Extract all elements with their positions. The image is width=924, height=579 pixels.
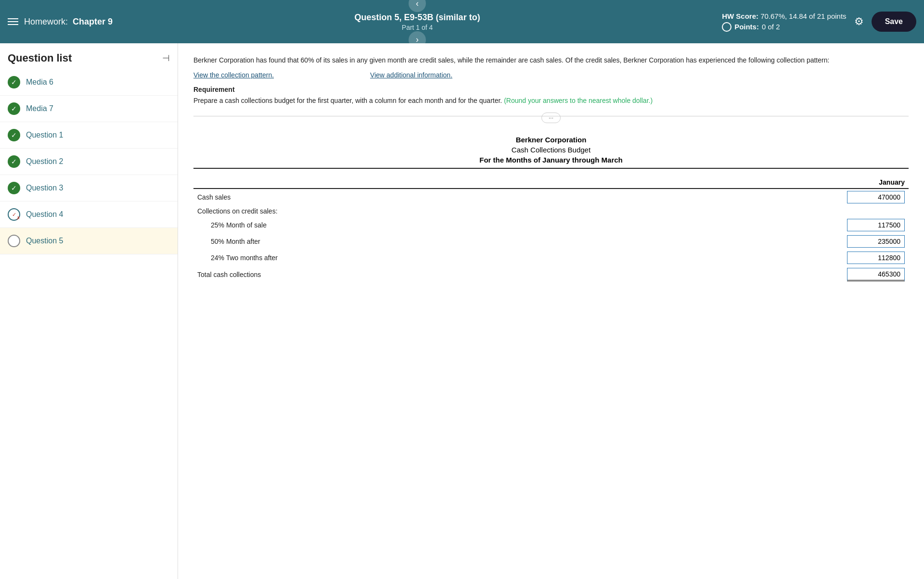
hw-score-line: HW Score: 70.67%, 14.84 of 21 points [722, 12, 847, 20]
sidebar-items: ✓Media 6✓Media 7✓Question 1✓Question 2✓Q… [0, 69, 178, 254]
check-complete-icon: ✓ [8, 129, 20, 141]
sidebar-item-label: Question 3 [26, 184, 63, 192]
save-button[interactable]: Save [872, 12, 916, 32]
hamburger-menu[interactable] [8, 18, 18, 25]
homework-label: Homework: Chapter 9 [24, 17, 113, 27]
sidebar-item-question-5[interactable]: Question 5 [0, 228, 178, 254]
hw-score-label: HW Score: [722, 12, 758, 20]
hw-score-value: 70.67%, 14.84 of 21 points [760, 12, 846, 20]
budget-row-total-collections: Total cash collections [193, 266, 909, 283]
check-complete-icon: ✓ [8, 182, 20, 194]
question-title: Question 5, E9-53B (similar to) [113, 12, 722, 23]
check-partial-icon: ✓✗ [8, 208, 20, 221]
budget-empty-cell [670, 205, 909, 217]
budget-col-jan: January [670, 176, 909, 189]
content-area: Berkner Corporation has found that 60% o… [178, 43, 924, 579]
question-text: Berkner Corporation has found that 60% o… [193, 55, 909, 65]
view-additional-info-link[interactable]: View additional information. [370, 71, 452, 79]
points-value: 0 of 2 [762, 23, 780, 31]
sidebar-item-label: Question 5 [26, 237, 63, 245]
budget-input-cell-jan[interactable] [670, 233, 909, 250]
budget-row-50-month-after: 50% Month after [193, 233, 909, 250]
budget-row-cash-sales: Cash sales [193, 189, 909, 205]
requirement-note: (Round your answers to the nearest whole… [504, 97, 653, 104]
expand-section-button[interactable]: ··· [541, 113, 561, 123]
sidebar-item-label: Question 4 [26, 210, 63, 219]
budget-section: Berkner Corporation Cash Collections Bud… [193, 131, 909, 288]
budget-period: For the Months of January through March [193, 156, 909, 169]
budget-name: Cash Collections Budget [193, 146, 909, 154]
next-question-button[interactable]: › [409, 31, 426, 49]
budget-input-cell-jan[interactable] [670, 189, 909, 205]
sidebar: Question list ⊣ ✓Media 6✓Media 7✓Questio… [0, 43, 178, 579]
budget-row-label: 25% Month of sale [193, 217, 670, 233]
requirement-label: Requirement [193, 86, 909, 93]
budget-row-label: Collections on credit sales: [193, 205, 670, 217]
budget-row-label: 50% Month after [193, 233, 670, 250]
budget-company-name: Berkner Corporation [193, 136, 909, 144]
budget-row-25-month-sale: 25% Month of sale [193, 217, 909, 233]
budget-input-cell-jan[interactable] [670, 266, 909, 283]
points-circle [722, 22, 732, 32]
header-center: ‹ Question 5, E9-53B (similar to) Part 1… [113, 0, 722, 49]
homework-title: Chapter 9 [73, 17, 113, 26]
requirement-section: Requirement Prepare a cash collections b… [193, 86, 909, 106]
check-empty-icon [8, 235, 20, 247]
sidebar-item-label: Question 1 [26, 131, 63, 139]
view-collection-pattern-link[interactable]: View the collection pattern. [193, 71, 274, 79]
points-line: Points: 0 of 2 [722, 22, 847, 32]
sidebar-item-question-1[interactable]: ✓Question 1 [0, 122, 178, 149]
header: Homework: Chapter 9 ‹ Question 5, E9-53B… [0, 0, 924, 43]
budget-input-jan-24-two-months[interactable] [847, 252, 905, 264]
sidebar-item-question-3[interactable]: ✓Question 3 [0, 175, 178, 201]
budget-table: January Cash salesCollections on credit … [193, 176, 909, 283]
sidebar-item-question-4[interactable]: ✓✗Question 4 [0, 201, 178, 228]
header-score: HW Score: 70.67%, 14.84 of 21 points Poi… [722, 12, 847, 32]
sidebar-item-label: Media 6 [26, 78, 53, 87]
collapse-sidebar-button[interactable]: ⊣ [162, 53, 170, 63]
budget-input-cell-jan[interactable] [670, 217, 909, 233]
sidebar-item-media-7[interactable]: ✓Media 7 [0, 96, 178, 122]
section-divider [193, 116, 909, 116]
budget-input-jan-total-collections[interactable] [847, 268, 905, 281]
main-layout: Question list ⊣ ✓Media 6✓Media 7✓Questio… [0, 43, 924, 579]
budget-input-jan-50-month-after[interactable] [847, 235, 905, 248]
budget-input-jan-cash-sales[interactable] [847, 191, 905, 203]
sidebar-title: Question list [8, 52, 72, 64]
sidebar-item-media-6[interactable]: ✓Media 6 [0, 69, 178, 96]
prev-question-button[interactable]: ‹ [409, 0, 426, 12]
header-left: Homework: Chapter 9 [8, 17, 113, 27]
budget-row-collections-header: Collections on credit sales: [193, 205, 909, 217]
settings-icon[interactable]: ⚙ [854, 15, 864, 28]
check-complete-icon: ✓ [8, 155, 20, 168]
check-complete-icon: ✓ [8, 102, 20, 115]
points-label: Points: [734, 23, 759, 31]
check-complete-icon: ✓ [8, 76, 20, 88]
requirement-text: Prepare a cash collections budget for th… [193, 97, 502, 104]
sidebar-item-question-2[interactable]: ✓Question 2 [0, 149, 178, 175]
budget-input-cell-jan[interactable] [670, 250, 909, 266]
links-row: View the collection pattern. View additi… [193, 71, 909, 79]
homework-prefix: Homework: [24, 17, 68, 26]
part-label: Part 1 of 4 [113, 24, 722, 31]
budget-col-label [193, 176, 670, 189]
budget-row-label: 24% Two months after [193, 250, 670, 266]
sidebar-item-label: Question 2 [26, 157, 63, 166]
budget-row-label: Cash sales [193, 189, 670, 205]
budget-input-jan-25-month-sale[interactable] [847, 219, 905, 231]
budget-row-24-two-months: 24% Two months after [193, 250, 909, 266]
budget-row-label: Total cash collections [193, 266, 670, 283]
sidebar-item-label: Media 7 [26, 104, 53, 113]
